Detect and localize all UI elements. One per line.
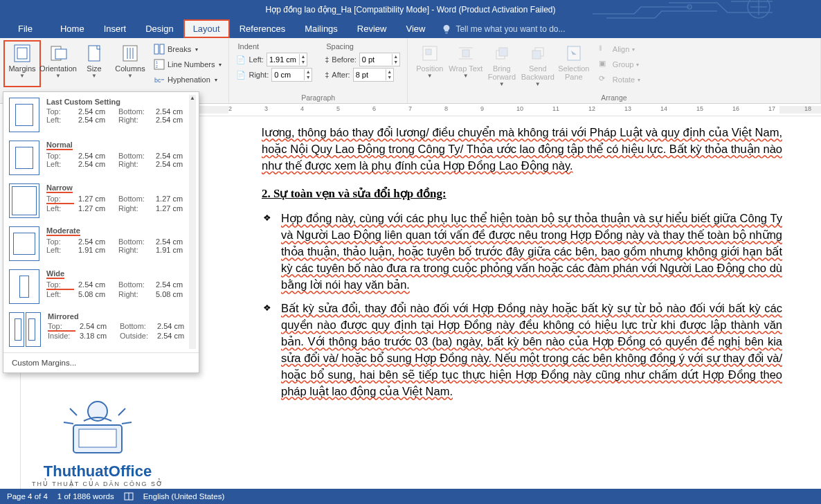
position-icon — [420, 44, 440, 63]
dropdown-scrollbar[interactable]: ▲ — [189, 95, 196, 349]
indent-left-icon: 📄 — [236, 55, 246, 64]
svg-text:bc: bc — [154, 77, 161, 84]
paragraph-label: Paragraph — [229, 93, 406, 103]
group-arrange: Position▼ Wrap Text▼ Bring Forward▼ Send… — [408, 38, 821, 103]
margins-mirrored[interactable]: Mirrored Top:2.54 cmBottom:2.54 cm Insid… — [3, 308, 199, 351]
spacing-after-icon: ‡ — [325, 71, 329, 79]
tab-review[interactable]: Review — [348, 19, 397, 38]
arrange-label: Arrange — [408, 93, 820, 103]
send-backward-icon — [528, 44, 548, 63]
tab-insert[interactable]: Insert — [94, 19, 136, 38]
svg-rect-5 — [55, 49, 66, 59]
group-paragraph: Indent 📄Left: ▲▼ 📄Right: ▲▼ Spacing ‡Bef… — [229, 38, 407, 103]
rotate-icon: ⟳ — [599, 74, 610, 85]
status-page[interactable]: Page 4 of 4 — [7, 492, 48, 501]
line-numbers-button[interactable]: 12Line Numbers▾ — [151, 57, 224, 71]
size-icon — [84, 44, 104, 63]
title-bar: Hợp đồng lao động_Ha [Compatibility Mode… — [0, 0, 821, 19]
margins-moderate[interactable]: Moderate Top:2.54 cmBottom:2.54 cm Left:… — [3, 222, 199, 265]
wrap-icon — [456, 44, 476, 63]
size-button[interactable]: Size ▼ — [76, 41, 112, 87]
lightbulb-icon — [442, 24, 451, 34]
margins-button[interactable]: Margins ▼ — [4, 41, 40, 87]
wrap-text-button: Wrap Text▼ — [448, 41, 484, 87]
send-backward-button: Send Backward▼ — [520, 41, 556, 87]
window-title: Hợp đồng lao động_Ha [Compatibility Mode… — [266, 5, 556, 15]
spacing-before-spinner[interactable]: ▲▼ — [359, 53, 400, 66]
group-icon: ▣ — [599, 59, 610, 70]
position-button: Position▼ — [412, 41, 448, 87]
tab-view[interactable]: View — [396, 19, 435, 38]
margins-wide[interactable]: Wide Top:2.54 cmBottom:2.54 cm Left:5.08… — [3, 265, 199, 308]
indent-right-spinner[interactable]: ▲▼ — [271, 68, 312, 82]
svg-rect-24 — [499, 48, 507, 56]
svg-rect-29 — [79, 429, 116, 447]
spacing-before-icon: ‡ — [325, 55, 329, 64]
tab-layout[interactable]: Layout — [183, 19, 230, 38]
chevron-down-icon: ▼ — [19, 73, 25, 79]
tell-me[interactable]: Tell me what you want to do... — [435, 19, 565, 38]
document-page[interactable]: lương, thông báo thay đổi lương/ điều ch… — [228, 116, 818, 501]
doc-list-item-2: Bất kỳ sửa đổi, thay đổi nào đối với Hợp… — [281, 302, 782, 397]
watermark-illustration-icon — [53, 390, 143, 460]
line-numbers-icon: 12 — [154, 59, 165, 70]
bring-forward-icon — [492, 44, 512, 63]
tab-file[interactable]: File — [0, 19, 51, 38]
svg-text:2: 2 — [156, 64, 158, 69]
tab-mailings[interactable]: Mailings — [295, 19, 348, 38]
columns-button[interactable]: Columns ▼ — [112, 41, 148, 87]
svg-rect-19 — [426, 49, 431, 55]
selection-pane-button[interactable]: Selection Pane — [556, 41, 592, 87]
book-icon — [124, 492, 134, 501]
orientation-button[interactable]: Orientation ▼ — [40, 41, 76, 87]
ribbon-tabs: File Home Insert Design Layout Reference… — [0, 19, 821, 38]
breaks-icon — [154, 44, 165, 55]
rotate-button: ⟳Rotate▾ — [596, 73, 643, 87]
margins-dropdown: ▲ Last Custom Setting Top:2.54 cmBottom:… — [3, 91, 199, 373]
margins-last-custom[interactable]: Last Custom Setting Top:2.54 cmBottom:2.… — [3, 93, 199, 136]
spacing-after-spinner[interactable]: ▲▼ — [353, 68, 394, 82]
custom-margins[interactable]: Custom Margins... — [3, 354, 199, 371]
svg-rect-6 — [89, 46, 100, 61]
watermark: ThuthuatOffice THỦ THUẬT CỦA DÂN CÔNG SỞ — [10, 390, 186, 487]
hyphenation-icon: bc — [154, 74, 165, 85]
doc-heading: 2. Sự toàn vẹn và sửa đổi hợp đồng: — [262, 186, 782, 203]
bring-forward-button: Bring Forward▼ — [484, 41, 520, 87]
svg-rect-12 — [160, 44, 164, 54]
svg-rect-26 — [532, 51, 541, 59]
breaks-button[interactable]: Breaks▾ — [151, 42, 224, 56]
status-bar: Page 4 of 4 1 of 1886 words English (Uni… — [0, 489, 821, 504]
selection-pane-icon — [564, 44, 584, 63]
orientation-icon — [48, 44, 68, 63]
align-icon: ⫴ — [599, 44, 610, 55]
hyphenation-button[interactable]: bcHyphenation▾ — [151, 73, 224, 87]
tab-references[interactable]: References — [230, 19, 295, 38]
doc-list-item-1: Hợp đồng này, cùng với các phụ lục thể h… — [281, 212, 782, 291]
margins-normal[interactable]: Normal Top:2.54 cmBottom:2.54 cm Left:2.… — [3, 136, 199, 179]
status-words[interactable]: 1 of 1886 words — [57, 492, 114, 501]
svg-rect-20 — [462, 50, 469, 57]
columns-icon — [120, 44, 140, 63]
margins-icon — [12, 44, 32, 63]
titlebar-decoration — [593, 0, 821, 19]
doc-paragraph-1: lương, thông báo thay đổi lương/ điều ch… — [262, 126, 782, 172]
group-button: ▣Group▾ — [596, 57, 643, 71]
margins-thumb-icon — [9, 98, 39, 132]
status-proofing[interactable] — [124, 492, 134, 501]
svg-rect-11 — [154, 44, 159, 54]
status-language[interactable]: English (United States) — [143, 492, 225, 501]
tab-design[interactable]: Design — [136, 19, 183, 38]
tab-home[interactable]: Home — [51, 19, 94, 38]
margins-narrow[interactable]: Narrow Top:1.27 cmBottom:1.27 cm Left:1.… — [3, 179, 199, 222]
align-button: ⫴Align▾ — [596, 42, 643, 56]
indent-right-icon: 📄 — [236, 71, 246, 80]
indent-left-spinner[interactable]: ▲▼ — [267, 53, 307, 66]
